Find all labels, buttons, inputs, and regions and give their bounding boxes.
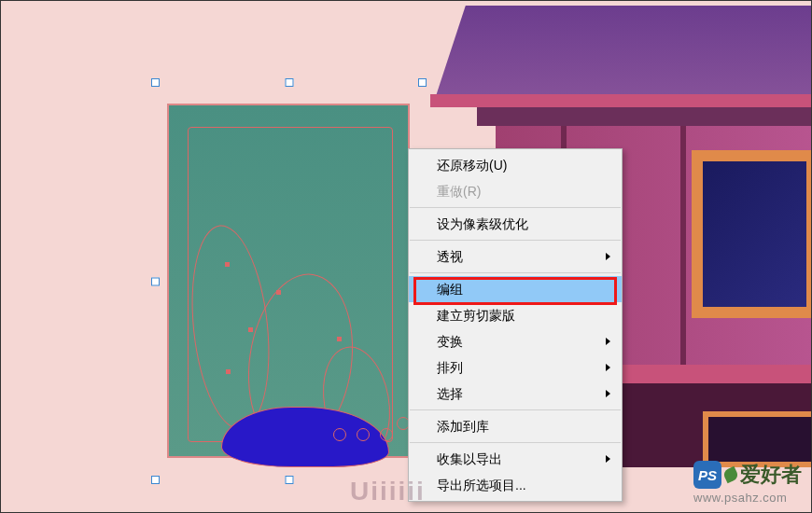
menu-label: 变换 bbox=[437, 334, 463, 349]
resize-handle-ml[interactable] bbox=[151, 277, 160, 285]
resize-handle-bl[interactable] bbox=[151, 476, 160, 484]
menu-group[interactable]: 编组 bbox=[409, 276, 622, 302]
menu-separator bbox=[410, 240, 621, 241]
canvas[interactable] bbox=[1, 1, 811, 512]
chevron-right-icon bbox=[606, 455, 610, 463]
menu-label: 透视 bbox=[437, 249, 463, 264]
menu-separator bbox=[410, 207, 621, 208]
menu-redo: 重做(R) bbox=[409, 178, 622, 204]
chevron-right-icon bbox=[606, 390, 610, 397]
watermark-text: 爱好者 bbox=[740, 461, 802, 489]
menu-label: 选择 bbox=[437, 386, 463, 401]
menu-export-selection[interactable]: 导出所选项目... bbox=[409, 472, 622, 498]
menu-arrange[interactable]: 排列 bbox=[409, 354, 622, 381]
menu-label: 排列 bbox=[437, 360, 463, 375]
resize-handle-tl[interactable] bbox=[151, 78, 160, 87]
menu-undo[interactable]: 还原移动(U) bbox=[409, 152, 622, 178]
chevron-right-icon bbox=[606, 364, 610, 371]
ps-icon: PS bbox=[693, 461, 721, 489]
resize-handle-tr[interactable] bbox=[418, 78, 427, 87]
menu-separator bbox=[410, 272, 621, 273]
menu-add-to-library[interactable]: 添加到库 bbox=[409, 413, 622, 439]
menu-select[interactable]: 选择 bbox=[409, 381, 622, 407]
watermark-url: www.psahz.com bbox=[693, 491, 802, 505]
watermark-logo: PS 爱好者 bbox=[693, 461, 802, 489]
building-roof-edge bbox=[430, 94, 812, 107]
resize-handle-bm[interactable] bbox=[285, 476, 293, 484]
watermark: PS 爱好者 www.psahz.com bbox=[693, 461, 802, 505]
menu-separator bbox=[410, 409, 621, 410]
menu-make-clipping-mask[interactable]: 建立剪切蒙版 bbox=[409, 302, 622, 328]
building-window-lower bbox=[703, 411, 812, 467]
building-roof bbox=[435, 6, 812, 99]
chevron-right-icon bbox=[606, 253, 610, 260]
watermark-uiii: Uiiiiii bbox=[350, 477, 426, 506]
building-roof-under bbox=[477, 107, 812, 126]
menu-pixel-optimize[interactable]: 设为像素级优化 bbox=[409, 211, 622, 237]
menu-perspective[interactable]: 透视 bbox=[409, 243, 622, 270]
selection-bounding-box[interactable] bbox=[156, 83, 422, 479]
building-window bbox=[692, 150, 812, 318]
chevron-right-icon bbox=[606, 338, 610, 345]
resize-handle-tm[interactable] bbox=[285, 78, 293, 87]
leaf-icon bbox=[722, 466, 740, 484]
window-glass bbox=[703, 161, 806, 307]
context-menu: 还原移动(U) 重做(R) 设为像素级优化 透视 编组 建立剪切蒙版 变换 排列… bbox=[408, 148, 623, 502]
menu-collect-export[interactable]: 收集以导出 bbox=[409, 446, 622, 472]
menu-transform[interactable]: 变换 bbox=[409, 328, 622, 354]
menu-separator bbox=[410, 442, 621, 443]
menu-label: 收集以导出 bbox=[437, 451, 502, 466]
